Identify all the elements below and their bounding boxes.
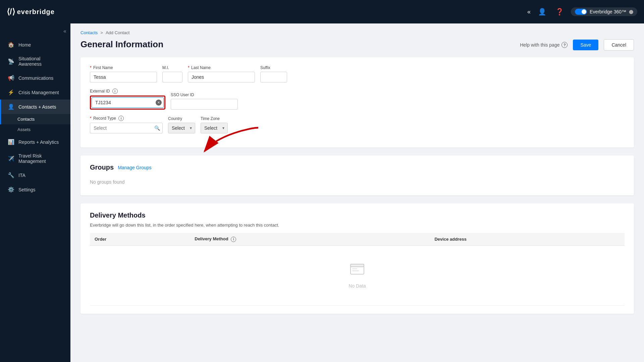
country-group: Country Select ▾: [168, 116, 195, 133]
sidebar-item-label: Crisis Management: [18, 90, 59, 95]
sidebar-item-label: Home: [18, 42, 31, 48]
sidebar-item-reports-analytics[interactable]: 📊 Reports + Analytics: [0, 135, 70, 149]
first-name-input[interactable]: [90, 72, 157, 82]
topbar-right: « 👤 ❓ Everbridge 360™ ⬤: [527, 6, 637, 18]
logo-symbol: ⟨/⟩: [7, 7, 15, 16]
no-data-container: No Data: [95, 249, 620, 302]
no-groups-text: No groups found: [90, 177, 625, 187]
sidebar-item-assets[interactable]: Assets: [0, 124, 70, 135]
sidebar-item-ita[interactable]: 🔧 ITA: [0, 168, 70, 182]
delivery-methods-header-row: Order Delivery Method i Device address: [90, 233, 625, 245]
last-name-label: * Last Name: [188, 65, 255, 70]
record-type-label: * Record Type i: [90, 116, 163, 121]
first-name-label: * First Name: [90, 65, 157, 70]
sidebar-item-label: Situational Awareness: [18, 56, 64, 67]
sidebar-item-label: Communications: [18, 75, 53, 81]
help-link[interactable]: Help with this page ?: [520, 42, 568, 48]
delivery-methods-card: Delivery Methods Everbridge will go down…: [80, 203, 634, 314]
sidebar-item-home[interactable]: 🏠 Home: [0, 38, 70, 52]
breadcrumb-parent[interactable]: Contacts: [80, 30, 98, 35]
sidebar-item-label: Reports + Analytics: [18, 139, 59, 145]
name-row: * First Name M.I. * Last Name: [90, 65, 625, 82]
record-type-group: * Record Type i 🔍: [90, 116, 163, 133]
country-select-wrapper: Select ▾: [168, 123, 195, 133]
sidebar-item-situational-awareness[interactable]: 📡 Situational Awareness: [0, 52, 70, 71]
settings-icon: ⚙️: [8, 186, 14, 193]
sidebar-item-contacts-assets[interactable]: 👤 Contacts + Assets: [0, 100, 70, 114]
last-name-input[interactable]: [188, 72, 255, 82]
country-label: Country: [168, 116, 195, 121]
sidebar-item-settings[interactable]: ⚙️ Settings: [0, 182, 70, 197]
sidebar-item-label: Travel Risk Management: [18, 153, 64, 164]
help-link-text: Help with this page: [520, 42, 559, 48]
delivery-method-info-icon[interactable]: i: [231, 237, 236, 242]
assets-sub-label: Assets: [17, 127, 31, 132]
delivery-methods-title: Delivery Methods: [90, 212, 625, 219]
sidebar-item-label: ITA: [18, 173, 25, 178]
delivery-methods-no-data-cell: No Data: [90, 245, 625, 305]
logo-text: everbridge: [17, 8, 55, 16]
groups-header: Groups Manage Groups: [90, 164, 625, 171]
sidebar-item-communications[interactable]: 📢 Communications: [0, 71, 70, 85]
external-id-clear-button[interactable]: ×: [156, 100, 162, 106]
reports-icon: 📊: [8, 139, 14, 145]
method-column-header: Delivery Method i: [190, 233, 430, 245]
cancel-button[interactable]: Cancel: [604, 39, 634, 51]
svg-rect-4: [352, 270, 359, 271]
record-type-info-icon[interactable]: i: [118, 116, 124, 121]
sso-user-id-group: SSO User ID: [171, 93, 238, 110]
record-type-search-icon: 🔍: [154, 125, 160, 131]
save-button[interactable]: Save: [573, 40, 598, 50]
delivery-methods-description: Everbridge will go down this list, in th…: [90, 223, 625, 228]
external-id-info-icon[interactable]: i: [112, 88, 118, 94]
timezone-select[interactable]: Select: [201, 123, 228, 133]
user-profile-button[interactable]: 👤: [536, 6, 548, 18]
main-content: Contacts > Add Contact General Informati…: [70, 23, 644, 362]
sidebar: « 🏠 Home 📡 Situational Awareness 📢 Commu…: [0, 23, 70, 362]
sidebar-item-contacts[interactable]: Contacts: [0, 114, 70, 124]
external-id-group: External ID i ×: [90, 88, 165, 110]
record-type-input[interactable]: [90, 123, 163, 133]
communications-icon: 📢: [8, 75, 14, 81]
suffix-input[interactable]: [260, 72, 287, 82]
first-name-group: * First Name: [90, 65, 157, 82]
order-column-header: Order: [90, 233, 190, 245]
no-data-icon: [108, 262, 606, 281]
situational-awareness-icon: 📡: [8, 58, 14, 65]
delivery-methods-table: Order Delivery Method i Device address: [90, 233, 625, 306]
contacts-sub-label: Contacts: [17, 117, 35, 122]
toggle-switch[interactable]: [575, 9, 587, 15]
groups-title: Groups: [90, 164, 114, 171]
id-row: External ID i × SSO User ID: [90, 88, 625, 110]
last-name-group: * Last Name: [188, 65, 255, 82]
sidebar-item-crisis-management[interactable]: ⚡ Crisis Management: [0, 85, 70, 100]
mi-label: M.I.: [162, 65, 182, 70]
page-header-actions: Help with this page ? Save Cancel: [520, 39, 634, 51]
breadcrumb-current: Add Contact: [106, 30, 130, 35]
home-icon: 🏠: [8, 42, 14, 48]
mi-input[interactable]: [162, 72, 182, 82]
sso-user-id-input[interactable]: [171, 99, 238, 110]
external-id-label: External ID i: [90, 88, 165, 94]
suffix-label: Suffix: [260, 65, 287, 70]
travel-risk-icon: ✈️: [8, 156, 14, 162]
breadcrumb: Contacts > Add Contact: [80, 30, 634, 35]
page-header: General Information Help with this page …: [80, 39, 634, 51]
collapse-nav-button[interactable]: «: [527, 8, 531, 15]
help-icon: ?: [561, 42, 568, 48]
timezone-select-wrapper: Select ▾: [201, 123, 228, 133]
product-toggle[interactable]: Everbridge 360™ ⬤: [571, 7, 637, 16]
manage-groups-link[interactable]: Manage Groups: [118, 165, 151, 170]
external-id-input[interactable]: [92, 97, 164, 108]
timezone-group: Time Zone Select ▾: [201, 116, 228, 133]
topbar: ⟨/⟩ everbridge « 👤 ❓ Everbridge 360™ ⬤: [0, 0, 644, 23]
address-column-header: Device address: [430, 233, 625, 245]
sidebar-item-label: Settings: [18, 187, 36, 192]
sidebar-collapse-button[interactable]: «: [0, 27, 70, 38]
sidebar-item-travel-risk[interactable]: ✈️ Travel Risk Management: [0, 149, 70, 168]
country-select[interactable]: Select: [168, 123, 195, 133]
help-button[interactable]: ❓: [553, 6, 566, 18]
crisis-management-icon: ⚡: [8, 89, 14, 96]
mi-group: M.I.: [162, 65, 182, 82]
breadcrumb-separator: >: [100, 30, 103, 35]
